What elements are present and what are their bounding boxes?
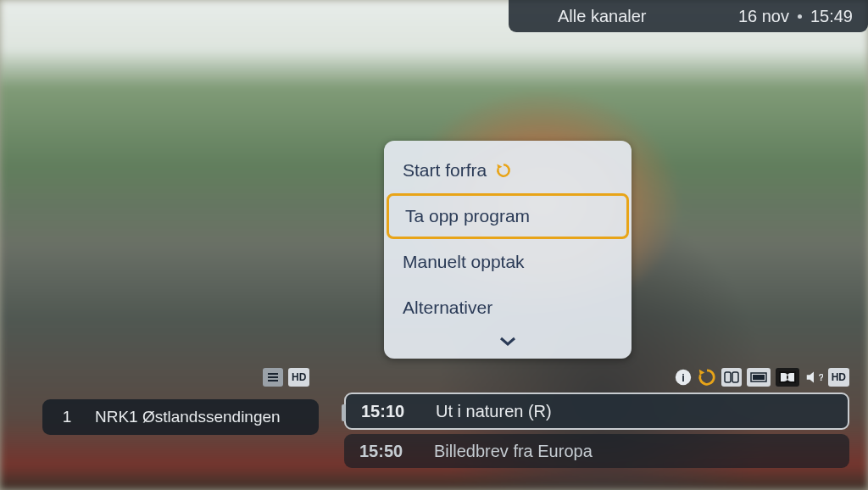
svg-text:?: ? [818, 372, 823, 382]
widescreen-icon [747, 368, 771, 387]
channel-name: NRK1 Østlandssendingen [95, 408, 281, 426]
svg-rect-6 [732, 372, 738, 382]
svg-rect-8 [753, 375, 765, 380]
menu-item-label: Ta opp program [405, 206, 530, 226]
list-icon [263, 368, 283, 387]
status-bar: Alle kanaler 16 nov 15:49 [509, 0, 868, 32]
program-row-current[interactable]: 15:10 Ut i naturen (R) [344, 393, 849, 430]
menu-item-record-program[interactable]: Ta opp program [387, 193, 629, 239]
svg-text:i: i [682, 371, 685, 384]
channel-badges: HD [263, 368, 309, 387]
program-row-next[interactable]: 15:50 Billedbrev fra Europa [344, 434, 849, 468]
program-title: Billedbrev fra Europa [434, 442, 593, 461]
program-badges: i ? HD [674, 368, 849, 387]
info-icon[interactable]: i [674, 368, 693, 387]
time-label: 15:49 [810, 7, 853, 26]
program-title: Ut i naturen (R) [436, 402, 552, 421]
program-time: 15:50 [359, 442, 414, 461]
restart-icon [495, 162, 512, 179]
audio-help-icon[interactable]: ? [804, 368, 823, 387]
restart-icon[interactable] [698, 368, 716, 387]
svg-rect-5 [725, 372, 731, 382]
hd-badge: HD [288, 368, 309, 387]
channel-info[interactable]: 1 NRK1 Østlandssendingen [42, 399, 319, 435]
separator-dot [798, 14, 802, 19]
menu-item-label: Alternativer [403, 298, 492, 318]
subtitles-icon [721, 368, 742, 387]
date-label: 16 nov [738, 7, 789, 26]
chevron-down-icon[interactable] [384, 331, 632, 357]
channel-number: 1 [58, 408, 76, 426]
menu-item-label: Start forfra [403, 160, 487, 181]
datetime: 16 nov 15:49 [738, 7, 853, 26]
dolby-icon [776, 368, 799, 387]
channel-group-label: Alle kanaler [558, 7, 738, 26]
menu-item-start-over[interactable]: Start forfra [384, 148, 632, 193]
menu-item-options[interactable]: Alternativer [384, 285, 632, 331]
menu-item-manual-record[interactable]: Manuelt opptak [384, 239, 632, 285]
hd-badge: HD [828, 368, 849, 387]
program-time: 15:10 [361, 402, 415, 421]
menu-item-label: Manuelt opptak [403, 252, 525, 272]
action-menu: Start forfra Ta opp program Manuelt oppt… [384, 141, 632, 359]
